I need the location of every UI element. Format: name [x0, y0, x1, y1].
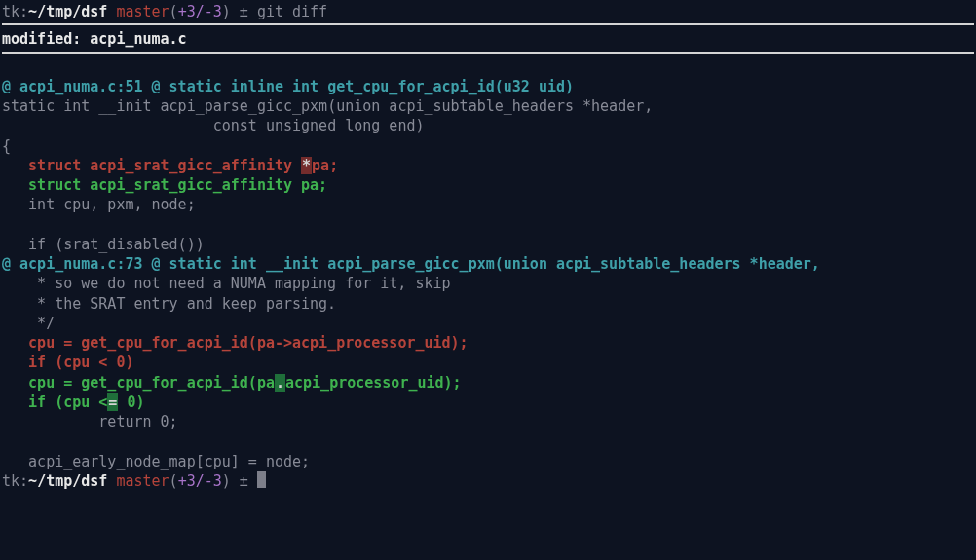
paren-close: ): [222, 3, 231, 20]
del-struct-tail: pa;: [312, 157, 338, 174]
shell-prompt-1[interactable]: tk:~/tmp/dsf master(+3/-3) ± git diff: [2, 2, 974, 21]
del-struct-text: struct acpi_srat_gicc_affinity: [28, 157, 301, 174]
diff-ctx-blank-2: [2, 431, 974, 451]
diff-sig-2: const unsigned long end): [2, 116, 974, 135]
shell-prompt-2[interactable]: tk:~/tmp/dsf master(+3/-3) ±: [2, 471, 974, 491]
diff-hunk-2: @ acpi_numa.c:73 @ static int __init acp…: [2, 254, 974, 274]
add-cpu-pre: cpu = get_cpu_for_acpi_id(pa: [28, 374, 275, 392]
git-counts-plus: +3: [178, 3, 196, 20]
diff-ctx-if-srat: if (srat_disabled()): [2, 235, 974, 254]
git-counts-minus: -3: [205, 3, 222, 20]
prompt-tilde: ~: [28, 3, 37, 20]
diff-ctx-decl: int cpu, pxm, node;: [2, 195, 974, 214]
divider-under-header: [2, 52, 974, 54]
git-counts-sep-2: /: [196, 472, 205, 490]
divider-top: [2, 23, 974, 25]
diff-brace-open: {: [2, 136, 974, 156]
prompt-colon: :: [19, 3, 28, 20]
del-cpu-post: acpi_processor_uid);: [292, 334, 469, 352]
add-if-post: 0): [118, 393, 144, 411]
blank-row-1: [2, 57, 974, 77]
diff-add-struct: struct acpi_srat_gicc_affinity pa;: [2, 175, 974, 195]
prompt-tilde-2: ~: [28, 472, 37, 490]
prompt-colon-2: :: [19, 472, 28, 490]
diff-comment-1: * so we do not need a NUMA mapping for i…: [2, 274, 974, 293]
diff-hunk-1: @ acpi_numa.c:51 @ static inline int get…: [2, 77, 974, 96]
diff-ctx-map: acpi_early_node_map[cpu] = node;: [2, 452, 974, 471]
del-cpu-arrow: ->: [275, 334, 292, 352]
prompt-user: tk: [2, 3, 19, 20]
shell-command: git diff: [257, 3, 327, 20]
diff-del-cpu: cpu = get_cpu_for_acpi_id(pa->acpi_proce…: [2, 333, 974, 353]
paren-open-2: (: [169, 472, 178, 490]
diff-sig-1: static int __init acpi_parse_gicc_pxm(un…: [2, 96, 974, 116]
git-counts-sep: /: [196, 3, 205, 20]
del-cpu-pre: cpu = get_cpu_for_acpi_id(pa: [28, 334, 275, 352]
diff-del-struct: struct acpi_srat_gicc_affinity *pa;: [2, 156, 974, 175]
git-counts-minus-2: -3: [205, 472, 222, 490]
diff-modified-header: modified: acpi_numa.c: [2, 29, 974, 49]
add-cpu-post: acpi_processor_uid);: [285, 374, 462, 392]
cursor: [257, 471, 266, 488]
add-if-pre: if (cpu <: [28, 393, 107, 411]
diff-comment-2: * the SRAT entry and keep parsing.: [2, 294, 974, 314]
diff-add-if: if (cpu <= 0): [2, 392, 974, 412]
paren-open: (: [169, 3, 178, 20]
add-if-eq-highlight: =: [107, 393, 118, 411]
prompt-cwd: /tmp/dsf: [37, 3, 107, 20]
prompt-pm: ±: [240, 3, 248, 20]
prompt-pm-2: ±: [240, 472, 248, 490]
diff-add-cpu: cpu = get_cpu_for_acpi_id(pa.acpi_proces…: [2, 373, 974, 392]
diff-comment-3: */: [2, 314, 974, 333]
diff-ctx-return: return 0;: [2, 412, 974, 431]
diff-del-if: if (cpu < 0): [2, 353, 974, 372]
prompt-cwd-2: /tmp/dsf: [37, 472, 107, 490]
add-cpu-dot-highlight: .: [275, 374, 285, 392]
git-counts-plus-2: +3: [178, 472, 196, 490]
diff-ctx-blank-1: [2, 215, 974, 235]
del-struct-star-highlight: *: [301, 157, 312, 174]
git-branch-2: master: [116, 472, 169, 490]
git-branch: master: [116, 3, 169, 20]
prompt-user-2: tk: [2, 472, 19, 490]
paren-close-2: ): [222, 472, 231, 490]
